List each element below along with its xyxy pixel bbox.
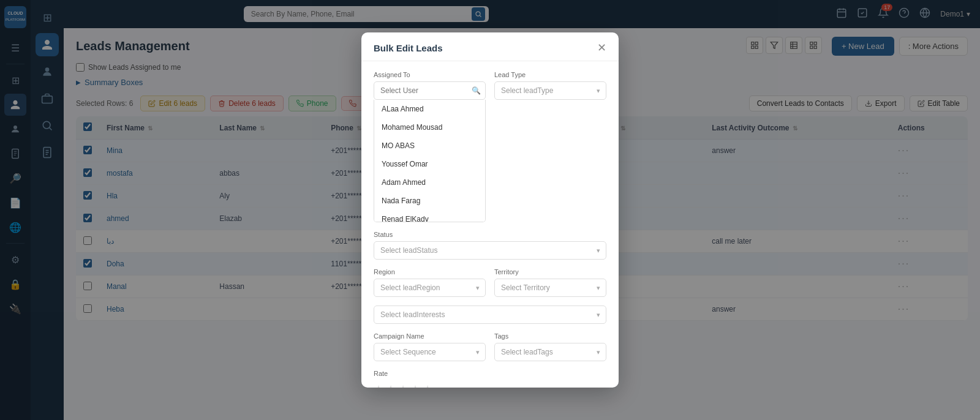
modal-row-3: Region Select leadRegion Territory Selec… [374,268,606,297]
tags-select[interactable]: Select leadTags [494,343,606,361]
campaign-label: Campaign Name [374,332,486,340]
user-dropdown-item[interactable]: Mohamed Mousad [374,118,485,137]
status-wrap: Select leadStatus [374,241,606,260]
territory-select[interactable]: Select Territory [494,279,606,297]
region-label: Region [374,268,486,276]
star-5[interactable]: ★ [423,383,432,388]
interests-select[interactable]: Select leadInterests [374,306,606,324]
star-3[interactable]: ★ [398,383,408,388]
star-2[interactable]: ★ [386,383,396,388]
territory-field: Territory Select Territory [494,268,606,297]
lead-type-label: Lead Type [494,71,606,78]
modal-title: Bulk Edit Leads [374,43,443,53]
tags-label: Tags [494,332,606,340]
star-rating: ★ ★ ★ ★ ★ [374,380,606,388]
modal-row-5: Campaign Name Select Sequence Tags Selec… [374,332,606,361]
modal-header: Bulk Edit Leads ✕ [361,32,619,61]
status-field: Status Select leadStatus [374,231,606,260]
campaign-wrap: Select Sequence [374,343,486,361]
bulk-edit-modal: Bulk Edit Leads ✕ Assigned To 🔍 ALaa Ahm… [361,32,619,388]
assigned-to-field: Assigned To 🔍 ALaa AhmedMohamed MousadMO… [374,71,486,222]
user-dropdown-item[interactable]: ALaa Ahmed [374,100,485,118]
modal-overlay: Bulk Edit Leads ✕ Assigned To 🔍 ALaa Ahm… [0,0,980,420]
modal-row-4: Select leadInterests [374,306,606,324]
region-field: Region Select leadRegion [374,268,486,297]
assigned-to-wrap: 🔍 [374,81,486,100]
modal-row-2: Status Select leadStatus [374,231,606,260]
territory-label: Territory [494,268,606,276]
assigned-to-input[interactable] [374,81,486,100]
modal-row-rate: Rate ★ ★ ★ ★ ★ [374,370,606,388]
interests-field: Select leadInterests [374,306,606,324]
modal-body: Assigned To 🔍 ALaa AhmedMohamed MousadMO… [361,61,619,388]
lead-type-select[interactable]: Select leadType [494,81,606,100]
interests-wrap: Select leadInterests [374,306,606,324]
region-select[interactable]: Select leadRegion [374,279,486,297]
user-dropdown-item[interactable]: Nada Farag [374,192,485,210]
assigned-search-icon: 🔍 [472,86,481,95]
user-dropdown-item[interactable]: Youssef Omar [374,155,485,173]
tags-field: Tags Select leadTags [494,332,606,361]
modal-close-button[interactable]: ✕ [597,42,606,53]
user-dropdown-item[interactable]: Adam Ahmed [374,173,485,192]
status-select[interactable]: Select leadStatus [374,241,606,260]
lead-type-wrap: Select leadType [494,81,606,100]
star-1[interactable]: ★ [374,383,383,388]
region-wrap: Select leadRegion [374,279,486,297]
assigned-to-label: Assigned To [374,71,486,78]
status-label: Status [374,231,606,238]
lead-type-field: Lead Type Select leadType [494,71,606,222]
campaign-select[interactable]: Select Sequence [374,343,486,361]
territory-wrap: Select Territory [494,279,606,297]
campaign-field: Campaign Name Select Sequence [374,332,486,361]
star-4[interactable]: ★ [410,383,420,388]
rate-label: Rate [374,370,606,377]
tags-wrap: Select leadTags [494,343,606,361]
rate-field: Rate ★ ★ ★ ★ ★ [374,370,606,388]
user-dropdown-list: ALaa AhmedMohamed MousadMO ABASYoussef O… [374,100,486,222]
user-dropdown-item[interactable]: Renad ElKady [374,210,485,222]
modal-row-1: Assigned To 🔍 ALaa AhmedMohamed MousadMO… [374,71,606,222]
user-dropdown-item[interactable]: MO ABAS [374,137,485,155]
